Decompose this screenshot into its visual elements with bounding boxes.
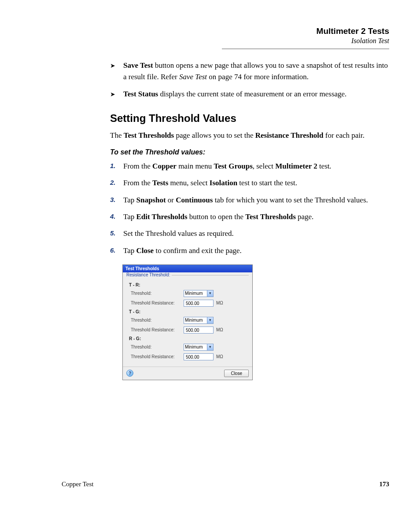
page-footer: Copper Test 173 <box>62 481 389 488</box>
text: page. <box>296 213 314 221</box>
text: main menu <box>177 162 214 170</box>
pair-label: T - G: <box>129 309 247 314</box>
text-bold: Close <box>136 246 154 255</box>
steps-list: From the Copper main menu Test Groups, s… <box>110 161 389 257</box>
bullet-list: Save Test button opens a new page that a… <box>110 60 389 100</box>
resistance-threshold-fieldset: Resistance Threshold: T - R: Threshold: … <box>126 275 249 365</box>
step-item: From the Copper main menu Test Groups, s… <box>110 161 389 172</box>
footer-left: Copper Test <box>62 481 93 488</box>
text: Tap <box>123 213 136 221</box>
test-thresholds-dialog: Test Thresholds Resistance Threshold: T … <box>122 264 253 380</box>
step-item: From the Tests menu, select Isolation te… <box>110 177 389 189</box>
dialog-titlebar: Test Thresholds <box>123 265 252 272</box>
help-icon[interactable]: ? <box>126 370 133 377</box>
text: test to start the test. <box>237 179 297 187</box>
text-bold: Tests <box>152 179 168 187</box>
text-bold: Edit Thresholds <box>136 213 188 221</box>
threshold-select[interactable]: Minimum▾ <box>184 317 214 324</box>
text: or <box>166 196 176 204</box>
intro-paragraph: The Test Thresholds page allows you to s… <box>110 130 389 141</box>
threshold-resistance-input[interactable]: 500.00 <box>184 353 214 360</box>
text-bold: Test Groups <box>214 162 252 170</box>
procedure-title: To set the Threshold values: <box>110 148 389 156</box>
chapter-subtitle: Isolation Test <box>31 37 389 45</box>
step-item: Tap Edit Thresholds button to open the T… <box>110 211 389 223</box>
text-bold: Multimeter 2 <box>275 162 317 170</box>
threshold-select[interactable]: Minimum▾ <box>184 290 214 297</box>
bullet-item: Test Status displays the current state o… <box>110 88 389 100</box>
text-bold: Resistance Threshold <box>255 131 324 139</box>
threshold-label: Threshold: <box>131 291 184 296</box>
chevron-down-icon[interactable]: ▾ <box>207 290 213 297</box>
bullet-item: Save Test button opens a new page that a… <box>110 60 389 82</box>
bullet-text: on page 74 for more information. <box>207 73 309 81</box>
text-bold: Continuous <box>176 196 213 204</box>
text-bold: Snapshot <box>136 196 166 204</box>
fieldset-legend: Resistance Threshold: <box>126 272 172 277</box>
bullet-italic: Save Test <box>179 73 207 81</box>
step-item: Tap Close to confirm and exit the page. <box>110 245 389 257</box>
threshold-resistance-input[interactable]: 500.00 <box>184 327 214 334</box>
threshold-label: Threshold: <box>131 345 184 349</box>
chevron-down-icon[interactable]: ▾ <box>207 344 213 350</box>
text: , select <box>253 162 275 170</box>
threshold-resistance-label: Threshold Resistance: <box>131 354 184 359</box>
text: tab for which you want to set the Thresh… <box>213 196 368 204</box>
text: The <box>110 131 124 139</box>
text-bold: Test Thresholds <box>245 213 295 221</box>
text-bold: Isolation <box>210 179 237 187</box>
text-italic: . <box>330 162 332 170</box>
text-bold: Test Thresholds <box>124 131 174 139</box>
threshold-resistance-label: Threshold Resistance: <box>131 327 184 332</box>
threshold-label: Threshold: <box>131 318 184 323</box>
unit-label: MΩ <box>216 301 223 305</box>
unit-label: MΩ <box>216 354 223 359</box>
text-bold: Copper <box>152 162 177 170</box>
chapter-title: Multimeter 2 Tests <box>31 26 389 36</box>
text: button to open the <box>188 213 246 221</box>
unit-label: MΩ <box>216 327 223 332</box>
bullet-text: displays the current state of measuremen… <box>158 90 346 98</box>
step-item: Set the Threshold values as required. <box>110 228 389 239</box>
bullet-lead: Save Test <box>123 61 153 70</box>
text: menu, select <box>168 179 209 187</box>
pair-label: T - R: <box>129 283 247 287</box>
text: Set the Threshold values as required. <box>123 229 234 238</box>
step-item: Tap Snapshot or Continuous tab for which… <box>110 194 389 206</box>
text: to confirm and exit the page. <box>154 246 242 255</box>
section-heading: Setting Threshold Values <box>110 112 389 125</box>
text: From the <box>123 179 152 187</box>
text: From the <box>123 162 152 170</box>
select-value: Minimum <box>185 318 203 323</box>
text: Tap <box>123 246 136 255</box>
pair-label: R - G: <box>129 336 247 341</box>
text: page allows you to set the <box>174 131 255 139</box>
select-value: Minimum <box>185 291 203 296</box>
threshold-select[interactable]: Minimum▾ <box>184 344 214 351</box>
page-number: 173 <box>379 481 390 488</box>
header-rule <box>222 48 389 49</box>
threshold-resistance-input[interactable]: 500.00 <box>184 300 214 307</box>
close-button[interactable]: Close <box>224 370 249 377</box>
text: test <box>317 162 330 170</box>
bullet-lead: Test Status <box>123 90 158 98</box>
text: for each pair. <box>324 131 365 139</box>
chevron-down-icon[interactable]: ▾ <box>207 317 213 323</box>
text: Tap <box>123 196 136 204</box>
threshold-resistance-label: Threshold Resistance: <box>131 301 184 305</box>
select-value: Minimum <box>185 345 203 349</box>
